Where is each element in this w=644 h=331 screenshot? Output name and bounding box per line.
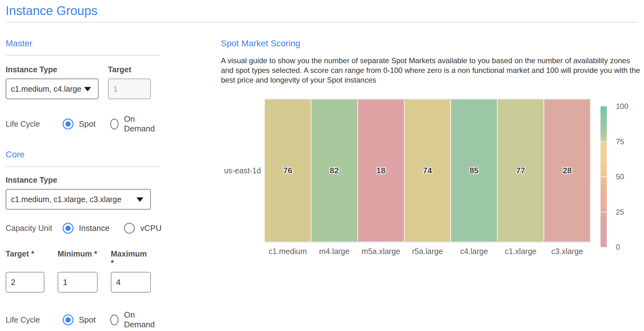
master-target-label: Target <box>108 65 151 74</box>
radio-option-label: Instance <box>79 223 110 233</box>
radio-option-label: Spot <box>79 315 96 325</box>
core-instance-type-label: Instance Type <box>6 176 160 185</box>
scoring-column: Spot Market Scoring A visual guide to sh… <box>221 23 644 269</box>
core-lifecycle-spot-radio[interactable]: Spot <box>63 314 96 325</box>
core-divider <box>6 166 160 167</box>
core-capacity-vcpu-radio[interactable]: vCPU <box>124 223 161 234</box>
core-lifecycle-row: Life Cycle Spot On Demand <box>6 310 160 329</box>
page-header: Instance Groups <box>6 0 638 23</box>
master-heading: Master <box>6 38 160 49</box>
colorbar-separator <box>601 176 607 177</box>
heatmap-cell-c1.medium: 76 <box>265 99 311 242</box>
radio-unselected-icon <box>110 119 119 130</box>
core-minimum-label: Minimum * <box>58 249 98 267</box>
heatmap-x-label: r5a.large <box>405 247 451 256</box>
scoring-heading: Spot Market Scoring <box>221 38 644 49</box>
caret-down-icon <box>84 87 91 91</box>
heatmap-x-label: m5a.xlarge <box>358 247 404 256</box>
heatmap-cell-m4.large: 82 <box>311 99 357 242</box>
colorbar-separator <box>601 212 607 212</box>
heatmap-x-label: c1.medium <box>265 247 311 256</box>
core-lifecycle-ondemand-radio[interactable]: On Demand <box>110 310 157 329</box>
heatmap-x-axis: c1.mediumm4.largem5a.xlarger5a.largec4.l… <box>265 247 590 256</box>
heatmap-x-label: c3.xlarge <box>544 247 590 256</box>
heatmap-cell-c4.large: 85 <box>451 99 497 242</box>
heatmap-row-label: us-east-1d <box>221 166 261 175</box>
heatmap-cell-value: 76 <box>283 166 292 176</box>
core-instance-type-value: c1.medium, c1.xlarge, c3.xlarge <box>11 195 121 204</box>
master-lifecycle-label: Life Cycle <box>6 120 63 129</box>
heatmap-cell-value: 85 <box>469 166 478 176</box>
radio-selected-icon <box>63 119 74 130</box>
core-capacity-instance-radio[interactable]: Instance <box>63 223 110 234</box>
master-instance-type-value: c1.medium, c4.large, m4.large, … <box>11 84 82 94</box>
master-instance-type-label: Instance Type <box>6 65 99 74</box>
heatmap-cell-value: 82 <box>330 166 339 176</box>
spot-market-heatmap: us-east-1d 76821874857728 c1.mediumm4.la… <box>221 99 643 269</box>
radio-unselected-icon <box>124 223 135 234</box>
master-section: Master Instance Type Target c1.medium, c… <box>6 38 160 134</box>
colorbar-tick-25: 25 <box>616 208 624 216</box>
heatmap-cell-value: 18 <box>376 166 386 176</box>
core-section: Core Instance Type c1.medium, c1.xlarge,… <box>6 149 160 329</box>
radio-selected-icon <box>63 314 74 325</box>
page-title: Instance Groups <box>6 4 638 18</box>
heatmap-x-label: m4.large <box>311 247 357 256</box>
core-maximum-label: Maximum * <box>111 249 151 267</box>
master-lifecycle-ondemand-radio[interactable]: On Demand <box>110 114 157 134</box>
radio-option-label: Spot <box>79 119 96 129</box>
master-instance-type-select[interactable]: c1.medium, c4.large, m4.large, … <box>6 79 99 99</box>
core-target-input[interactable] <box>6 272 44 293</box>
master-lifecycle-row: Life Cycle Spot On Demand <box>6 114 160 134</box>
heatmap-cell-value: 28 <box>563 166 572 176</box>
colorbar-tick-100: 100 <box>616 102 628 111</box>
core-capacity-unit-row: Capacity Unit Instance vCPU <box>6 223 160 234</box>
core-minimum-input[interactable] <box>58 272 98 293</box>
heatmap-x-label: c4.large <box>451 247 497 256</box>
core-lifecycle-label: Life Cycle <box>6 315 63 324</box>
heatmap-x-label: c1.xlarge <box>498 247 544 256</box>
master-divider <box>6 55 160 56</box>
core-capacity-unit-label: Capacity Unit <box>6 224 63 233</box>
heatmap-cell-value: 77 <box>516 166 525 176</box>
scoring-description: A visual guide to show you the number of… <box>221 56 640 85</box>
heatmap-cell-value: 74 <box>423 166 432 176</box>
master-lifecycle-spot-radio[interactable]: Spot <box>63 119 96 130</box>
heatmap-cell-c3.xlarge: 28 <box>544 99 590 242</box>
heatmap-cell-m5a.xlarge: 18 <box>358 99 404 242</box>
radio-option-label: On Demand <box>124 310 157 329</box>
colorbar-tick-50: 50 <box>616 172 624 181</box>
heatmap-cell-r5a.large: 74 <box>405 99 451 242</box>
radio-unselected-icon <box>110 314 119 325</box>
heatmap-cells: 76821874857728 <box>265 99 590 242</box>
colorbar-separator <box>601 141 607 142</box>
radio-selected-icon <box>63 223 74 234</box>
radio-option-label: vCPU <box>140 223 161 233</box>
core-maximum-input[interactable] <box>111 272 151 293</box>
colorbar-tick-75: 75 <box>616 137 624 146</box>
colorbar-tick-0: 0 <box>616 243 620 252</box>
core-instance-type-select[interactable]: c1.medium, c1.xlarge, c3.xlarge <box>6 189 151 210</box>
radio-option-label: On Demand <box>124 114 157 134</box>
core-heading: Core <box>6 149 160 160</box>
form-column: Master Instance Type Target c1.medium, c… <box>6 23 160 329</box>
core-target-label: Target * <box>6 249 44 267</box>
master-target-input <box>108 79 151 99</box>
heatmap-cell-c1.xlarge: 77 <box>498 99 544 242</box>
caret-down-icon <box>136 197 143 202</box>
